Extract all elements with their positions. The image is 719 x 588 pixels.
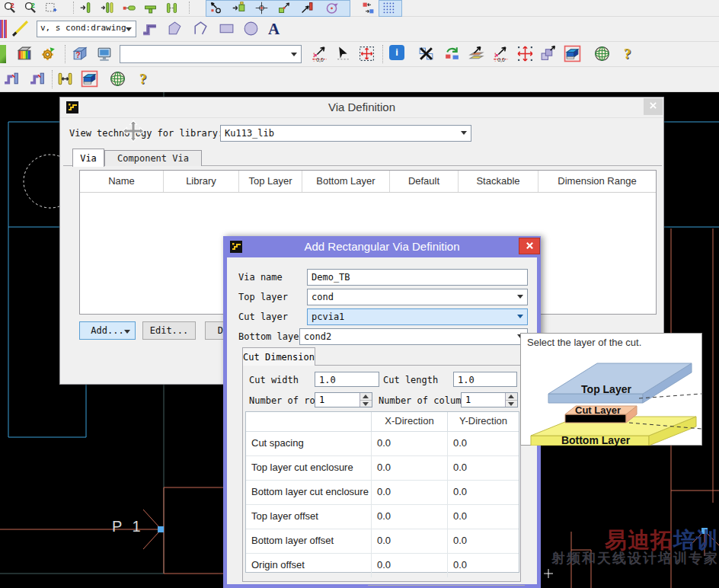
spin-down-icon[interactable] (360, 400, 372, 407)
library-dropdown[interactable]: Ku113_lib (220, 125, 471, 142)
pin-distance-icon[interactable] (56, 70, 76, 88)
col-name[interactable]: Name (80, 171, 164, 192)
move-cursor-icon (122, 120, 145, 142)
layer-stack-diagram: Top Layer Cut Layer Bottom Layer (521, 350, 701, 446)
tab-component-via[interactable]: Component Via (104, 150, 202, 166)
spin-down-icon[interactable] (506, 400, 517, 407)
table-row[interactable]: Top layer offset 0.0 0.0 (246, 505, 519, 529)
merge-pin-icon[interactable] (143, 1, 161, 16)
component-search-combobox[interactable] (120, 45, 302, 63)
set-origin-icon[interactable]: 0,0 (492, 45, 512, 63)
copy-pin-icon[interactable] (101, 1, 119, 16)
copy-hierarchy-icon[interactable] (539, 45, 559, 63)
snap-pin-icon[interactable] (300, 1, 318, 16)
update-components-icon[interactable] (443, 45, 463, 63)
toolbar-row-3: ?0,0i0,0? (0, 42, 719, 67)
close-icon[interactable] (644, 98, 663, 115)
substrate-editor-icon[interactable] (564, 45, 583, 63)
chevron-down-icon (517, 315, 523, 321)
em-simulation-icon[interactable] (109, 70, 129, 88)
help-icon[interactable]: ? (624, 45, 644, 63)
add-dialog-titlebar[interactable]: Add Rectangular Via Definition (223, 236, 541, 257)
table-row[interactable]: Top layer cut enclosure 0.0 0.0 (246, 456, 519, 481)
draw-text-icon[interactable]: A (268, 20, 288, 38)
help-window-icon[interactable]: ? (139, 70, 159, 88)
edit-button[interactable]: Edit... (142, 321, 196, 340)
draw-path-icon[interactable] (141, 20, 161, 38)
table-row[interactable]: Bottom layer offset 0.0 0.0 (246, 529, 519, 554)
cut-dimension-tab[interactable]: Cut Dimension (242, 347, 315, 366)
port-node-square[interactable] (158, 526, 164, 532)
info-icon[interactable]: i (389, 45, 409, 63)
bottom-layer-dropdown[interactable]: cond2 (299, 328, 528, 345)
cut-length-input[interactable]: 1.0 (453, 372, 517, 387)
watermark-brand: 易迪拓 (605, 528, 673, 552)
col-default[interactable]: Default (390, 171, 459, 192)
cut-layer-label: Cut layer (238, 312, 288, 322)
swap-port-icon[interactable] (361, 1, 379, 16)
probe-point-icon[interactable] (209, 1, 227, 16)
add-button[interactable]: Add... (79, 321, 136, 340)
preferences-gear-icon[interactable] (40, 45, 59, 63)
via-name-input[interactable]: Demo_TB (307, 269, 528, 286)
col-library[interactable]: Library (164, 171, 239, 192)
move-to-layer-icon[interactable] (468, 45, 487, 63)
col-top-layer[interactable]: Top Layer (239, 171, 302, 192)
em-setup-icon[interactable] (593, 45, 613, 63)
toolbar-separator (189, 2, 190, 14)
rows-stepper[interactable]: 1 (315, 392, 372, 407)
draw-rectangle-icon[interactable] (218, 20, 238, 38)
delete-parts-icon[interactable] (417, 45, 437, 63)
select-region-icon[interactable] (44, 1, 62, 16)
cut-width-input[interactable]: 1.0 (315, 372, 379, 387)
add-dialog-title: Add Rectangular Via Definition (223, 240, 541, 253)
position-cross-icon[interactable] (516, 45, 536, 63)
draw-line-icon[interactable] (12, 20, 32, 38)
via-parameters-table[interactable]: X-Direction Y-Direction Cut spacing 0.0 … (245, 411, 519, 573)
insert-path-down-icon[interactable] (3, 70, 23, 88)
snap-center-icon[interactable] (254, 1, 273, 16)
measure-region-icon[interactable] (358, 45, 378, 63)
pick-point-icon[interactable] (335, 45, 355, 63)
insert-pin-icon[interactable] (232, 1, 250, 16)
draw-circle-icon[interactable] (242, 20, 262, 38)
draw-polygon-icon[interactable] (166, 20, 186, 38)
table-row[interactable]: Bottom layer cut enclosure 0.0 0.0 (246, 481, 519, 505)
table-row[interactable]: Origin offset 0.0 0.0 (246, 554, 519, 577)
svg-text:2: 2 (11, 1, 14, 9)
move-pin-icon[interactable] (79, 1, 97, 16)
tab-via[interactable]: Via (72, 149, 104, 167)
insert-path-up-icon[interactable] (29, 70, 49, 88)
close-icon[interactable] (519, 238, 540, 254)
draw-polyline-icon[interactable] (192, 20, 212, 38)
simulate-monitor-icon[interactable] (96, 45, 116, 63)
layer-select-dropdown[interactable]: v, s cond:drawing (37, 21, 136, 37)
col-stackable[interactable]: Stackable (459, 171, 538, 192)
help-book-icon[interactable]: ? (71, 45, 91, 63)
substrate-view-icon[interactable] (81, 70, 101, 88)
toolbar-separator (65, 45, 66, 63)
snap-vertex-icon[interactable] (277, 1, 296, 16)
via-dialog-titlebar[interactable]: Via Definition (60, 97, 663, 118)
table-row[interactable]: Cut spacing 0.0 0.0 (246, 432, 519, 456)
bottom-layer-label: Bottom layer (238, 331, 305, 342)
port-label: P 1 (112, 518, 144, 535)
columns-stepper[interactable]: 1 (461, 392, 518, 407)
via-table-header: Name Library Top Layer Bottom Layer Defa… (80, 171, 656, 193)
move-origin-icon[interactable]: 0,0 (311, 45, 331, 63)
view-3d-icon[interactable] (15, 45, 35, 63)
stretch-pin-icon[interactable] (122, 1, 140, 16)
cut-layer-dropdown[interactable]: pcvia1 (307, 308, 528, 325)
watermark-brand-2: 培训 (673, 528, 719, 552)
svg-text:2: 2 (31, 1, 35, 9)
columns-label: Number of columns (379, 395, 472, 406)
snap-rotate-icon[interactable] (324, 1, 343, 16)
zoom-in-2-icon[interactable]: 2 (3, 1, 21, 16)
via-dialog-title: Via Definition (60, 101, 663, 113)
snap-grid-icon[interactable] (382, 1, 400, 16)
zoom-out-2-icon[interactable]: 2 (24, 1, 42, 16)
top-layer-dropdown[interactable]: cond (307, 289, 528, 305)
col-bottom-layer[interactable]: Bottom Layer (302, 171, 390, 192)
align-pin-icon[interactable] (165, 1, 183, 16)
col-dimension-range[interactable]: Dimension Range (538, 171, 656, 192)
